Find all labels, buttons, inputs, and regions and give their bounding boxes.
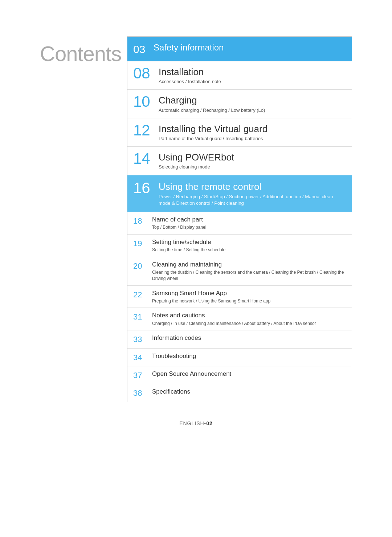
page-num-safety: 03 bbox=[133, 42, 151, 55]
toc-item-powerbot: 14 Using POWERbot Selecting cleaning mod… bbox=[127, 147, 352, 175]
page-container: Contents 03 Safety information 08 Instal… bbox=[0, 0, 392, 537]
toc-title-smart-home: Samsung Smart Home App bbox=[152, 289, 346, 297]
toc-item-installation: 08 Installation Accessories / Installati… bbox=[127, 61, 352, 90]
toc-subtitle-name-parts: Top / Bottom / Display panel bbox=[152, 224, 346, 231]
toc-text-powerbot: Using POWERbot Selecting cleaning mode bbox=[156, 151, 346, 170]
toc-text-charging: Charging Automatic charging / Recharging… bbox=[156, 94, 346, 113]
toc-item-specifications: 38 Specifications bbox=[127, 384, 352, 402]
toc-title-troubleshooting: Troubleshooting bbox=[152, 352, 346, 360]
page-num-open-source: 37 bbox=[133, 370, 150, 380]
footer: ENGLISH-02 bbox=[179, 420, 213, 426]
toc-title-time-schedule: Setting time/schedule bbox=[152, 238, 346, 246]
toc-subtitle-virtual-guard: Part name of the Virtual guard / Inserti… bbox=[159, 135, 346, 142]
title-section: Contents bbox=[40, 36, 127, 66]
page-num-smart-home: 22 bbox=[133, 289, 150, 300]
toc-text-name-parts: Name of each part Top / Bottom / Display… bbox=[150, 216, 346, 231]
toc-title-specifications: Specifications bbox=[152, 388, 346, 396]
footer-prefix: ENGLISH- bbox=[179, 420, 206, 426]
page-num-installation: 08 bbox=[133, 66, 156, 81]
toc-text-smart-home: Samsung Smart Home App Preparing the net… bbox=[150, 289, 346, 304]
page-num-troubleshooting: 34 bbox=[133, 352, 150, 362]
page-num-time-schedule: 19 bbox=[133, 238, 150, 248]
toc-title-open-source: Open Source Announcement bbox=[152, 370, 346, 378]
page-num-remote-control: 16 bbox=[133, 180, 156, 196]
toc-item-info-codes: 33 Information codes bbox=[127, 330, 352, 348]
page-title: Contents bbox=[40, 42, 121, 65]
page-num-name-parts: 18 bbox=[133, 216, 150, 226]
toc-item-smart-home: 22 Samsung Smart Home App Preparing the … bbox=[127, 286, 352, 308]
toc-text-open-source: Open Source Announcement bbox=[150, 370, 346, 378]
toc-title-powerbot: Using POWERbot bbox=[159, 152, 346, 163]
page-num-powerbot: 14 bbox=[133, 151, 156, 166]
toc-title-charging: Charging bbox=[159, 95, 346, 106]
toc-text-notes-cautions: Notes and cautions Charging / In use / C… bbox=[150, 312, 346, 326]
toc-title-info-codes: Information codes bbox=[152, 334, 346, 342]
toc-item-open-source: 37 Open Source Announcement bbox=[127, 366, 352, 384]
toc-subtitle-smart-home: Preparing the network / Using the Samsun… bbox=[152, 298, 346, 304]
page-num-virtual-guard: 12 bbox=[133, 123, 156, 138]
toc-item-safety: 03 Safety information bbox=[127, 37, 352, 61]
toc-item-name-parts: 18 Name of each part Top / Bottom / Disp… bbox=[127, 212, 352, 235]
toc-item-charging: 10 Charging Automatic charging / Recharg… bbox=[127, 90, 352, 118]
toc-text-specifications: Specifications bbox=[150, 388, 346, 396]
toc-subtitle-remote-control: Power / Recharging / Start/Stop / Suctio… bbox=[159, 194, 346, 207]
toc-text-info-codes: Information codes bbox=[150, 334, 346, 342]
toc-title-name-parts: Name of each part bbox=[152, 216, 346, 224]
toc-title-remote-control: Using the remote control bbox=[159, 181, 346, 192]
toc-text-troubleshooting: Troubleshooting bbox=[150, 352, 346, 360]
toc-title-virtual-guard: Installing the Virtual guard bbox=[159, 123, 346, 135]
footer-page: 02 bbox=[206, 420, 213, 426]
toc-subtitle-cleaning: Cleaning the dustbin / Cleaning the sens… bbox=[152, 269, 346, 282]
main-layout: Contents 03 Safety information 08 Instal… bbox=[40, 36, 352, 402]
toc-item-troubleshooting: 34 Troubleshooting bbox=[127, 349, 352, 366]
toc-text-safety: Safety information bbox=[151, 42, 346, 53]
toc-subtitle-charging: Automatic charging / Recharging / Low ba… bbox=[159, 107, 346, 114]
toc-item-time-schedule: 19 Setting time/schedule Setting the tim… bbox=[127, 235, 352, 257]
toc-item-cleaning: 20 Cleaning and maintaining Cleaning the… bbox=[127, 257, 352, 286]
page-num-info-codes: 33 bbox=[133, 334, 150, 344]
toc-section: 03 Safety information 08 Installation Ac… bbox=[127, 36, 352, 402]
toc-item-remote-control: 16 Using the remote control Power / Rech… bbox=[127, 175, 352, 212]
toc-text-time-schedule: Setting time/schedule Setting the time /… bbox=[150, 238, 346, 253]
toc-title-cleaning: Cleaning and maintaining bbox=[152, 261, 346, 269]
toc-subtitle-installation: Accessories / Installation note bbox=[159, 78, 346, 85]
toc-title-notes-cautions: Notes and cautions bbox=[152, 312, 346, 320]
page-num-charging: 10 bbox=[133, 94, 156, 109]
toc-subtitle-notes-cautions: Charging / In use / Cleaning and mainten… bbox=[152, 321, 346, 327]
toc-text-installation: Installation Accessories / Installation … bbox=[156, 66, 346, 85]
page-num-notes-cautions: 31 bbox=[133, 312, 150, 322]
toc-text-virtual-guard: Installing the Virtual guard Part name o… bbox=[156, 123, 346, 142]
page-num-specifications: 38 bbox=[133, 388, 150, 398]
toc-title-installation: Installation bbox=[159, 66, 346, 78]
toc-text-remote-control: Using the remote control Power / Recharg… bbox=[156, 180, 346, 207]
toc-title-safety: Safety information bbox=[154, 42, 346, 53]
toc-subtitle-time-schedule: Setting the time / Setting the schedule bbox=[152, 247, 346, 253]
toc-subtitle-powerbot: Selecting cleaning mode bbox=[159, 164, 346, 170]
toc-text-cleaning: Cleaning and maintaining Cleaning the du… bbox=[150, 261, 346, 282]
page-num-cleaning: 20 bbox=[133, 261, 150, 271]
toc-item-notes-cautions: 31 Notes and cautions Charging / In use … bbox=[127, 308, 352, 330]
toc-item-virtual-guard: 12 Installing the Virtual guard Part nam… bbox=[127, 118, 352, 147]
